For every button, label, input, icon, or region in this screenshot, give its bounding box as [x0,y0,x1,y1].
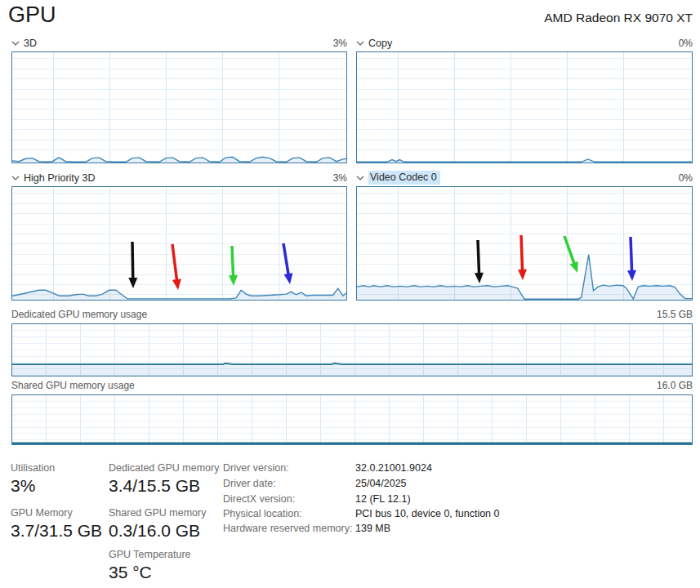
gpu-temperature-value: 35 °C [109,563,152,582]
shared-memory-graph[interactable] [11,394,693,445]
red-arrow-annotation [518,235,527,280]
blue-arrow-annotation [627,237,636,281]
hardware-reserved-memory-label: Hardware reserved memory: [223,523,352,534]
chevron-down-icon[interactable] [11,176,20,181]
engine-label-high-priority-3d[interactable]: High Priority 3D [24,172,96,184]
shared-memory-label: Shared GPU memory usage [11,380,135,391]
chevron-down-icon[interactable] [356,176,364,181]
engine-header-3d: 3D 3% [11,36,347,50]
shared-memory-header: Shared GPU memory usage 16.0 GB [11,380,693,392]
utilization-graph-video-codec-0[interactable] [356,186,693,301]
dedicated-memory-scale: 15.5 GB [657,309,693,320]
graph-high-priority-3d-curve [12,187,346,300]
gpu-memory-value: 3.7/31.5 GB [11,521,102,541]
blue-arrow-annotation [283,243,292,284]
graph-copy-curve [357,52,692,163]
graph-video-codec-0-curve [357,187,692,300]
dedicated-memory-label: Dedicated GPU memory usage [11,309,147,320]
black-arrow-annotation [128,242,137,288]
engine-percent-video-codec-0: 0% [679,172,693,184]
red-arrow-annotation [172,244,181,290]
gpu-memory-label: GPU Memory [11,507,73,519]
chevron-down-icon[interactable] [11,41,20,47]
engine-percent-high-priority-3d: 3% [333,172,347,184]
dedicated-memory-curve [12,324,692,376]
directx-version-value: 12 (FL 12.1) [355,493,411,505]
driver-version-label: Driver version: [223,462,289,474]
utilisation-label: Utilisation [11,462,55,474]
dedicated-memory-header: Dedicated GPU memory usage 15.5 GB [11,309,693,321]
chevron-down-icon[interactable] [356,41,364,47]
black-arrow-annotation [475,240,484,283]
directx-version-label: DirectX version: [223,493,295,505]
gpu-device-name: AMD Radeon RX 9070 XT [544,11,693,25]
shared-gpu-memory-value: 0.3/16.0 GB [109,521,200,541]
utilisation-value: 3% [11,476,35,496]
driver-version-value: 32.0.21001.9024 [355,462,432,474]
engine-percent-3d: 3% [333,38,347,49]
engine-header-copy: Copy 0% [356,36,693,50]
gpu-performance-page: GPU AMD Radeon RX 9070 XT 3D 3% Copy 0% … [0,0,700,588]
graph-3d-curve [12,52,346,163]
utilization-graph-3d[interactable] [11,51,347,163]
driver-date-value: 25/04/2025 [355,478,407,489]
physical-location-value: PCI bus 10, device 0, function 0 [355,508,500,519]
utilization-graph-copy[interactable] [356,51,693,163]
driver-date-label: Driver date: [223,478,276,489]
engine-label-3d[interactable]: 3D [24,38,37,49]
dedicated-gpu-memory-value: 3.4/15.5 GB [109,476,200,496]
dedicated-gpu-memory-label: Dedicated GPU memory [109,462,219,474]
hardware-reserved-memory-value: 139 MB [355,523,390,534]
shared-gpu-memory-label: Shared GPU memory [109,507,206,519]
physical-location-label: Physical location: [223,508,302,519]
utilization-graph-high-priority-3d[interactable] [11,186,347,301]
engine-header-high-priority-3d: High Priority 3D 3% [11,171,347,185]
dedicated-memory-graph[interactable] [11,323,693,376]
engine-label-video-codec-0[interactable]: Video Codec 0 [368,171,440,185]
engine-label-copy[interactable]: Copy [368,38,392,49]
shared-memory-scale: 16.0 GB [657,380,693,391]
page-title: GPU [8,2,56,28]
engine-percent-copy: 0% [679,38,693,49]
green-arrow-annotation [229,246,238,286]
engine-header-video-codec-0: Video Codec 0 0% [356,171,693,185]
green-arrow-annotation [564,236,578,273]
shared-memory-curve [12,395,692,444]
gpu-temperature-label: GPU Temperature [109,549,191,560]
